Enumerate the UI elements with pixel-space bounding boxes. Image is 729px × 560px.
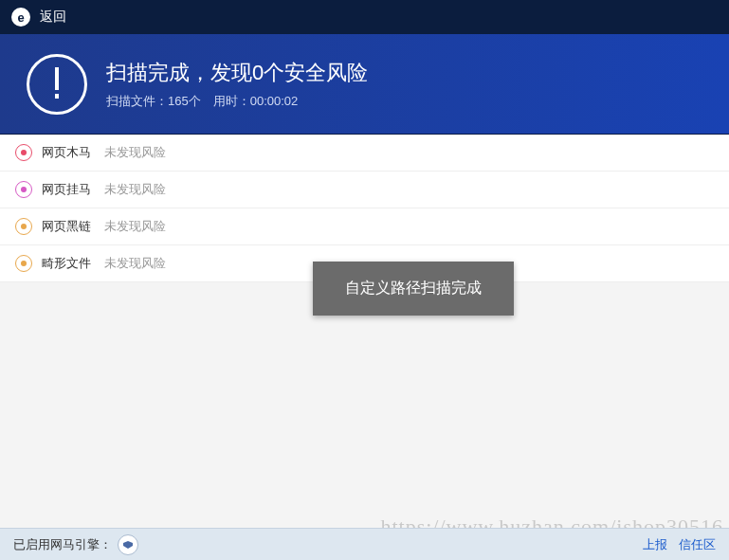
svg-point-2 — [21, 150, 27, 155]
scan-result-text: 扫描完成，发现0个安全风险 扫描文件：165个 用时：00:00:02 — [106, 59, 368, 110]
list-item[interactable]: 网页木马 未发现风险 — [0, 135, 729, 172]
report-link[interactable]: 上报 — [643, 536, 667, 553]
scan-title: 扫描完成，发现0个安全风险 — [106, 59, 368, 87]
footer-bar: 已启用网马引擎： 上报 信任区 — [0, 528, 729, 560]
trust-link[interactable]: 信任区 — [679, 536, 716, 553]
list-item[interactable]: 网页黑链 未发现风险 — [0, 208, 729, 245]
app-logo-icon: e — [11, 8, 30, 27]
category-status: 未发现风险 — [104, 255, 166, 272]
category-list: 网页木马 未发现风险 网页挂马 未发现风险 网页黑链 未发现风险 畸形文件 未发… — [0, 135, 729, 282]
list-item[interactable]: 网页挂马 未发现风险 — [0, 172, 729, 208]
back-button[interactable]: 返回 — [40, 9, 66, 26]
svg-point-4 — [21, 224, 27, 229]
blacklink-icon — [15, 218, 32, 235]
category-label: 网页挂马 — [42, 181, 91, 198]
svg-point-5 — [21, 261, 27, 266]
hang-icon — [15, 181, 32, 198]
category-status: 未发现风险 — [104, 181, 166, 198]
footer-links: 上报 信任区 — [643, 536, 716, 553]
category-status: 未发现风险 — [104, 218, 166, 235]
svg-point-3 — [21, 187, 27, 192]
svg-rect-1 — [55, 94, 59, 99]
category-label: 畸形文件 — [42, 255, 91, 272]
svg-rect-0 — [55, 67, 59, 90]
scan-complete-toast: 自定义路径扫描完成 — [313, 262, 514, 316]
scan-result-banner: 扫描完成，发现0个安全风险 扫描文件：165个 用时：00:00:02 — [0, 34, 729, 135]
category-label: 网页木马 — [42, 144, 91, 161]
engine-label: 已启用网马引擎： — [13, 536, 112, 553]
trojan-icon — [15, 144, 32, 161]
top-bar: e 返回 — [0, 0, 729, 34]
malformed-icon — [15, 255, 32, 272]
category-status: 未发现风险 — [104, 144, 166, 161]
engine-icon — [118, 534, 138, 555]
exclamation-icon — [27, 54, 87, 115]
scan-subtitle: 扫描文件：165个 用时：00:00:02 — [106, 93, 368, 110]
category-label: 网页黑链 — [42, 218, 91, 235]
